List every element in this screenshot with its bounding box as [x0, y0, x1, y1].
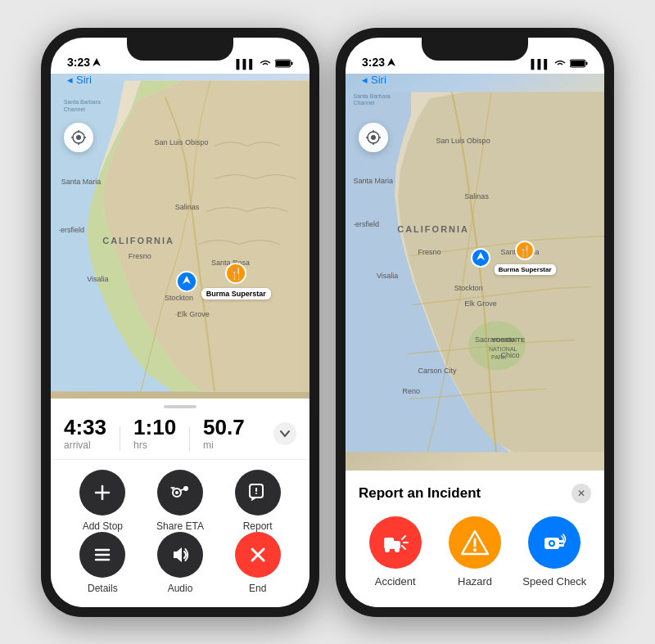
- svg-point-70: [550, 542, 553, 545]
- end-icon: [235, 532, 281, 578]
- eta-sep-1: [120, 426, 120, 451]
- svg-text:🍴: 🍴: [229, 267, 244, 281]
- add-stop-label: Add Stop: [83, 520, 123, 532]
- map-bg-2: YOSEMITE NATIONAL PARK Santa Barbara Cha…: [346, 74, 604, 471]
- map-label-visalia-2: Visalia: [377, 272, 398, 280]
- svg-text:NATIONAL: NATIONAL: [489, 345, 517, 351]
- phone-1: 3:23 ▌▌▌: [41, 28, 319, 617]
- share-eta-label: Share ETA: [156, 520, 204, 532]
- report-icon: [235, 470, 281, 516]
- svg-point-60: [395, 547, 400, 552]
- location-back-button-2[interactable]: [359, 123, 388, 152]
- map-label-salinas-2: Salinas: [464, 192, 489, 200]
- add-stop-icon: [79, 470, 125, 516]
- chevron-down-icon: [280, 430, 290, 437]
- svg-marker-0: [93, 58, 101, 66]
- map-label-salinas: Salinas: [175, 203, 200, 211]
- siri-bar-2: ◂ Siri: [346, 74, 604, 86]
- hazard-button[interactable]: Hazard: [438, 516, 511, 588]
- map-label-bakersfield: ·ersfield: [58, 226, 84, 234]
- map-label-slo-2: San Luis Obispo: [436, 137, 490, 145]
- svg-point-48: [371, 135, 376, 140]
- map-label-stockton-2: Stockton: [454, 284, 483, 292]
- location-arrow-icon-2: [387, 58, 395, 66]
- accident-button[interactable]: Accident: [359, 516, 431, 588]
- eta-arrival: 4:33 arrival: [64, 417, 106, 451]
- phone-2: 3:23 ▌▌▌: [336, 28, 614, 617]
- svg-point-67: [473, 548, 477, 552]
- details-label: Details: [88, 583, 118, 594]
- destination-pin-icon-1: 🍴: [224, 262, 247, 288]
- nav-pin-1: [175, 270, 198, 299]
- location-back-button-1[interactable]: [64, 123, 93, 152]
- speed-check-label: Speed Check: [522, 575, 586, 588]
- map-label-santamaria: Santa Maria: [61, 178, 102, 186]
- distance-label: mi: [203, 439, 245, 451]
- audio-icon: [157, 532, 203, 578]
- map-label-chico-2: Chico: [501, 351, 520, 359]
- map-label-ca-2: CALIFORNIA: [397, 224, 469, 234]
- share-eta-icon: [157, 470, 203, 516]
- map-area-2[interactable]: YOSEMITE NATIONAL PARK Santa Barbara Cha…: [346, 74, 604, 471]
- svg-text:🍴: 🍴: [518, 244, 532, 258]
- siri-back-2[interactable]: ◂ Siri: [362, 74, 386, 86]
- svg-line-64: [402, 546, 405, 549]
- svg-point-23: [183, 486, 188, 491]
- map-label-santamaria-2: Santa Maria: [353, 177, 393, 185]
- wifi-icon-2: [554, 60, 566, 68]
- map-bg-1: Santa Barbara Channel Santa Maria San Lu…: [51, 74, 309, 399]
- eta-sep-2: [189, 426, 190, 451]
- navigate-back-icon-1: [70, 129, 87, 146]
- svg-rect-61: [384, 538, 394, 543]
- map-label-channel: Santa Barbara Channel: [64, 99, 113, 113]
- end-label: End: [249, 583, 266, 594]
- action-grid: Add Stop Share ETA: [51, 460, 309, 607]
- destination-pin-1: 🍴 Burma Superstar: [201, 262, 271, 299]
- map-label-sacramento-2: Sacramento: [475, 336, 515, 344]
- report-header: Report an Incident ✕: [359, 484, 591, 503]
- map-label-california: CALIFORNIA: [102, 236, 174, 245]
- nav-pin-2: [470, 247, 491, 275]
- chevron-button[interactable]: [273, 422, 296, 445]
- svg-point-29: [255, 493, 257, 494]
- navigate-back-icon-2: [365, 129, 382, 146]
- battery-icon-2: [570, 59, 588, 68]
- location-arrow-icon-1: [93, 58, 101, 66]
- svg-point-22: [175, 491, 178, 494]
- map-svg-1: [51, 74, 309, 399]
- svg-rect-3: [291, 62, 293, 65]
- end-button[interactable]: End: [219, 532, 296, 594]
- map-label-elkgrove-2: Elk Grove: [464, 299, 497, 308]
- report-close-button[interactable]: ✕: [571, 484, 591, 503]
- time-2: 3:23: [362, 56, 395, 69]
- speed-check-button[interactable]: Speed Check: [518, 516, 591, 588]
- siri-bar-1: ◂ Siri: [51, 74, 309, 86]
- audio-label: Audio: [168, 583, 193, 594]
- bottom-panel-1: 4:33 arrival 1:10 hrs 50.7 mi: [51, 399, 309, 607]
- svg-rect-39: [586, 62, 588, 65]
- map-label-reno-2: Reno: [403, 387, 421, 395]
- add-stop-button[interactable]: Add Stop: [64, 470, 142, 532]
- hazard-label: Hazard: [458, 575, 492, 588]
- siri-back-1[interactable]: ◂ Siri: [67, 74, 92, 86]
- map-label-channel-2: Santa Barbara Channel: [353, 93, 398, 107]
- share-eta-button[interactable]: Share ETA: [142, 470, 219, 532]
- distance-value: 50.7: [203, 417, 245, 438]
- svg-marker-36: [387, 58, 395, 66]
- accident-icon: [369, 516, 422, 569]
- report-button[interactable]: Report: [219, 470, 296, 532]
- report-title: Report an Incident: [359, 485, 481, 502]
- time-1: 3:23: [67, 56, 101, 69]
- svg-point-9: [76, 135, 81, 140]
- map-area-1[interactable]: Santa Barbara Channel Santa Maria San Lu…: [51, 74, 309, 399]
- speed-check-icon: [528, 516, 580, 569]
- map-label-visalia: Visalia: [87, 275, 108, 283]
- details-button[interactable]: Details: [64, 532, 142, 594]
- map-label-sanluisobispo: San Luis Obispo: [154, 138, 208, 146]
- svg-line-62: [402, 536, 405, 539]
- map-label-elkgrove: ·Elk Grove: [175, 310, 210, 318]
- eta-distance: 50.7 mi: [203, 417, 245, 451]
- battery-icon-1: [275, 59, 293, 68]
- pin-group-1: 🍴 Burma Superstar: [175, 262, 271, 299]
- audio-button[interactable]: Audio: [142, 532, 219, 594]
